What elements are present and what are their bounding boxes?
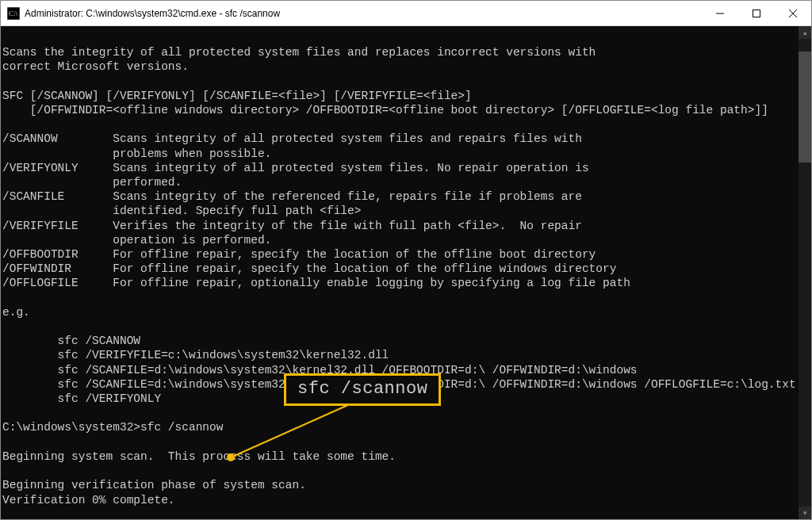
svg-text:C:\: C:\ — [9, 10, 18, 17]
scroll-down-button[interactable]: ▾ — [799, 507, 811, 519]
app-window: C:\ Administrator: C:\windows\system32\c… — [0, 0, 812, 520]
scroll-up-button[interactable]: ▴ — [799, 26, 811, 39]
command-callout: sfc /scannow — [284, 373, 441, 406]
titlebar[interactable]: C:\ Administrator: C:\windows\system32\c… — [1, 1, 811, 26]
window-controls — [702, 1, 811, 25]
callout-text: sfc /scannow — [297, 379, 427, 399]
close-button[interactable] — [775, 1, 811, 25]
svg-rect-3 — [753, 10, 760, 17]
window-title: Administrator: C:\windows\system32\cmd.e… — [25, 8, 702, 19]
maximize-button[interactable] — [738, 1, 775, 25]
minimize-button[interactable] — [702, 1, 738, 25]
cmd-icon: C:\ — [7, 7, 20, 20]
scrollbar[interactable]: ▴ ▾ — [799, 26, 811, 519]
scroll-thumb[interactable] — [799, 52, 811, 162]
terminal-area: Scans the integrity of all protected sys… — [1, 26, 811, 519]
terminal-output[interactable]: Scans the integrity of all protected sys… — [1, 26, 799, 519]
